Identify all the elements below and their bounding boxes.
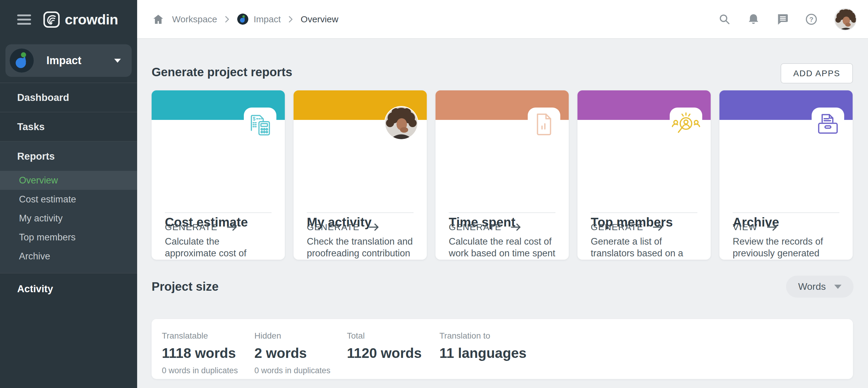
project-avatar <box>237 13 248 25</box>
stat-translatable: Translatable 1118 words 0 words in dupli… <box>162 331 254 379</box>
generate-button[interactable]: GENERATE <box>307 222 379 232</box>
sidebar-item-reports[interactable]: Reports <box>0 141 137 171</box>
report-cards: $ Cost estimate Calculate the approximat… <box>152 90 853 260</box>
arrow-right-icon <box>767 223 778 231</box>
sidebar-item-overview[interactable]: Overview <box>0 171 137 190</box>
svg-text:?: ? <box>809 15 813 23</box>
help-icon[interactable]: ? <box>805 13 817 25</box>
card-top-members: Top members Generate a list of translato… <box>578 90 711 260</box>
home-icon[interactable] <box>152 13 164 25</box>
card-icon-notch <box>812 107 844 141</box>
stat-note: 0 words in duplicates <box>162 366 254 375</box>
stat-hidden: Hidden 2 words 0 words in duplicates <box>254 331 347 379</box>
sidebar-item-cost-estimate[interactable]: Cost estimate <box>0 190 137 209</box>
stat-label: Total <box>347 331 439 341</box>
unit-dropdown[interactable]: Words <box>786 276 854 298</box>
notifications-bell-icon[interactable] <box>747 13 760 25</box>
stat-label: Hidden <box>254 331 347 341</box>
card-archive: Archive Review the records of previously… <box>719 90 852 260</box>
stat-value: 1120 words <box>347 345 439 361</box>
topbar-actions: ? <box>718 0 857 38</box>
page-title: Generate project reports <box>152 65 292 79</box>
sidebar-reports-group: Reports Overview Cost estimate My activi… <box>0 141 137 273</box>
topbar-left: crowdin <box>0 0 137 39</box>
card-divider <box>733 213 839 213</box>
card-icon-notch <box>670 107 702 141</box>
chevron-down-icon <box>114 59 121 63</box>
user-photo <box>385 107 417 139</box>
breadcrumb: Workspace Impact Overview <box>152 0 338 38</box>
project-size-stats: Translatable 1118 words 0 words in dupli… <box>152 319 853 379</box>
crowdin-logo-icon <box>43 11 60 28</box>
generate-button[interactable]: GENERATE <box>591 222 663 232</box>
arrow-right-icon <box>369 223 379 231</box>
svg-text:$: $ <box>253 116 255 121</box>
card-cost-estimate: $ Cost estimate Calculate the approximat… <box>152 90 285 260</box>
crowdin-logo[interactable]: crowdin <box>43 11 118 28</box>
invoice-calculator-icon: $ <box>247 112 273 138</box>
crowdin-app: Workspace Impact Overview <box>0 0 868 388</box>
card-icon-notch: $ <box>244 107 276 141</box>
card-divider <box>591 213 698 213</box>
crowdin-wordmark: crowdin <box>65 11 118 28</box>
messages-icon[interactable] <box>776 13 788 25</box>
people-search-icon <box>671 112 701 139</box>
sidebar-item-activity[interactable]: Activity <box>0 273 137 304</box>
top-bar: Workspace Impact Overview <box>0 0 868 39</box>
card-divider <box>449 213 555 213</box>
arrow-right-icon <box>652 223 663 231</box>
breadcrumb-project-label: Impact <box>254 14 281 24</box>
chevron-down-icon <box>834 285 841 289</box>
stat-note: 0 words in duplicates <box>254 366 347 375</box>
card-divider <box>165 213 272 213</box>
project-avatar <box>10 48 34 73</box>
document-chart-icon <box>535 112 553 137</box>
chevron-right-icon <box>289 16 293 23</box>
sidebar-item-tasks[interactable]: Tasks <box>0 112 137 141</box>
breadcrumb-current-page: Overview <box>301 14 338 24</box>
add-apps-button[interactable]: ADD APPS <box>781 63 853 84</box>
card-my-activity: My activity Check the translation and pr… <box>293 90 427 260</box>
view-button[interactable]: VIEW <box>733 222 778 232</box>
card-time-spent: Time spent Calculate the real cost of wo… <box>435 90 569 260</box>
stat-label: Translatable <box>162 331 254 341</box>
stat-value: 1118 words <box>162 345 254 361</box>
card-description: Review the records of previously generat… <box>733 235 841 260</box>
card-description: Generate a list of translators based on … <box>591 235 699 260</box>
breadcrumb-project[interactable]: Impact <box>237 13 281 25</box>
search-icon[interactable] <box>718 13 731 25</box>
card-icon-notch <box>528 107 560 141</box>
sidebar-item-my-activity[interactable]: My activity <box>0 209 137 228</box>
card-divider <box>307 213 413 213</box>
stat-translation-to: Translation to 11 languages <box>439 331 532 379</box>
stat-label: Translation to <box>439 331 532 341</box>
project-selector[interactable]: Impact <box>5 44 132 77</box>
arrow-right-icon <box>510 223 521 231</box>
sidebar-menu: Dashboard Tasks Reports Overview Cost es… <box>0 83 137 304</box>
stat-value: 2 words <box>254 345 347 361</box>
sidebar-item-archive[interactable]: Archive <box>0 247 137 266</box>
card-description: Calculate the approximate cost of transl… <box>165 235 273 260</box>
sidebar-item-dashboard[interactable]: Dashboard <box>0 83 137 112</box>
card-description: Check the translation and proofreading c… <box>307 235 415 260</box>
chevron-right-icon <box>225 16 229 23</box>
sidebar-item-top-members[interactable]: Top members <box>0 228 137 247</box>
card-description: Calculate the real cost of work based on… <box>449 235 557 260</box>
arrow-right-icon <box>227 223 238 231</box>
stat-total: Total 1120 words <box>347 331 439 379</box>
unit-dropdown-value: Words <box>798 281 826 292</box>
archive-box-icon <box>815 112 841 138</box>
hamburger-menu-icon[interactable] <box>17 14 31 25</box>
generate-button[interactable]: GENERATE <box>165 222 238 232</box>
generate-button[interactable]: GENERATE <box>449 222 521 232</box>
user-avatar[interactable] <box>834 8 857 30</box>
breadcrumb-workspace[interactable]: Workspace <box>172 14 217 24</box>
project-name: Impact <box>46 54 114 67</box>
sidebar: Impact Dashboard Tasks Reports Overview … <box>0 39 137 388</box>
stat-value: 11 languages <box>439 345 532 361</box>
main-content: Generate project reports ADD APPS $ <box>137 39 868 388</box>
project-size-title: Project size <box>152 280 218 293</box>
